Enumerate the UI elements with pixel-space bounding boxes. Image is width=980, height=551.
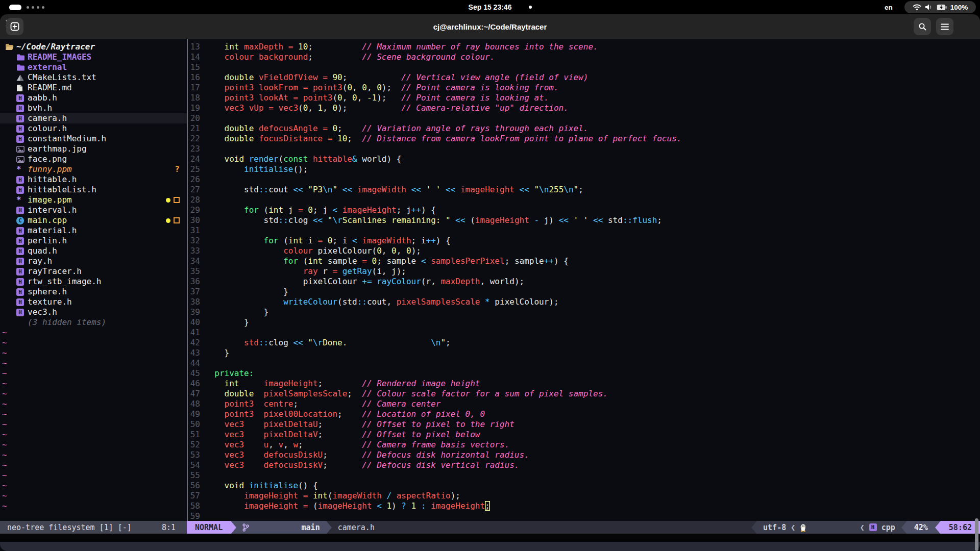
neotree-sidebar[interactable]: ~/Code/RaytracerREADME_IMAGESexternalCMa… — [0, 39, 187, 521]
code-line-13[interactable]: 13 int maxDepth = 10; // Maximum number … — [188, 42, 980, 52]
code-line-44[interactable]: 44 — [188, 358, 980, 368]
code-line-30[interactable]: 30 std::clog << "\rScanlines remaining: … — [188, 215, 980, 226]
git-untracked-badge: ? — [175, 164, 180, 174]
h-file-icon: H — [16, 247, 28, 255]
tree-item-README-IMAGES[interactable]: README_IMAGES — [0, 52, 187, 62]
tree-item-earthmap.jpg[interactable]: earthmap.jpg — [0, 144, 187, 154]
tree-item-material.h[interactable]: Hmaterial.h — [0, 226, 187, 236]
code-line-26[interactable]: 26 — [188, 174, 980, 185]
tree-root-label: ~/Code/Raytracer — [16, 42, 95, 52]
line-number: 21 — [188, 123, 200, 134]
window-title[interactable]: cj@archlinux:~/Code/Raytracer — [0, 14, 980, 39]
code-line-41[interactable]: 41 — [188, 328, 980, 338]
tree-item-perlin.h[interactable]: Hperlin.h — [0, 236, 187, 246]
line-text: point3 lookFrom = point3(0, 0, 0); // Po… — [205, 83, 559, 93]
code-line-56[interactable]: 56 void initialise() { — [188, 481, 980, 491]
code-line-48[interactable]: 48 point3 centre; // Camera center — [188, 399, 980, 409]
code-line-23[interactable]: 23 — [188, 144, 980, 154]
tree-item-colour.h[interactable]: Hcolour.h — [0, 123, 187, 134]
tree-item-bvh.h[interactable]: Hbvh.h — [0, 103, 187, 113]
tree-item-sphere.h[interactable]: Hsphere.h — [0, 287, 187, 297]
code-line-39[interactable]: 39 } — [188, 307, 980, 317]
code-line-54[interactable]: 54 vec3 defocusDiskV; // Defocus disk ve… — [188, 460, 980, 470]
scrollbar-thumb[interactable] — [975, 518, 978, 551]
code-line-55[interactable]: 55 — [188, 470, 980, 481]
menu-button[interactable] — [936, 18, 953, 35]
tree-item-camera.h[interactable]: Hcamera.h — [0, 113, 187, 123]
tree-item-constantMedium.h[interactable]: HconstantMedium.h — [0, 134, 187, 144]
code-line-17[interactable]: 17 point3 lookFrom = point3(0, 0, 0); //… — [188, 83, 980, 93]
code-line-43[interactable]: 43 } — [188, 348, 980, 358]
tree-item-face.png[interactable]: face.png — [0, 154, 187, 164]
tree-item-interval.h[interactable]: Hinterval.h — [0, 205, 187, 215]
separator-chevron: ❮ — [791, 523, 795, 532]
tree-root[interactable]: ~/Code/Raytracer — [0, 42, 187, 52]
code-line-34[interactable]: 34 for (int sample = 0; sample < samples… — [188, 256, 980, 266]
code-line-20[interactable]: 20 — [188, 113, 980, 123]
tree-item-vec3.h[interactable]: Hvec3.h — [0, 307, 187, 317]
search-button[interactable] — [914, 18, 931, 35]
empty-buffer-tilde: ~ — [0, 430, 187, 440]
line-number: 20 — [188, 113, 200, 123]
code-buffer[interactable]: 13 int maxDepth = 10; // Maximum number … — [188, 39, 980, 521]
code-line-58[interactable]: 58 imageHeight = (imageHeight < 1) ? 1 :… — [188, 501, 980, 511]
tree-item-rayTracer.h[interactable]: HrayTracer.h — [0, 266, 187, 277]
tree-item--3-hidden-items-[interactable]: (3 hidden items) — [0, 317, 187, 328]
code-line-18[interactable]: 18 point3 lookAt = point3(0, 0, -1); // … — [188, 93, 980, 103]
code-line-33[interactable]: 33 colour pixelColour(0, 0, 0); — [188, 246, 980, 256]
tree-item-rtw-stb-image.h[interactable]: Hrtw_stb_image.h — [0, 277, 187, 287]
empty-buffer-tilde: ~ — [0, 328, 187, 338]
tree-item-hittable.h[interactable]: Hhittable.h — [0, 174, 187, 185]
code-line-14[interactable]: 14 colour background; // Scene backgroun… — [188, 52, 980, 62]
keyboard-layout[interactable]: en — [885, 0, 893, 14]
code-line-31[interactable]: 31 — [188, 226, 980, 236]
line-number: 15 — [188, 62, 200, 72]
code-line-38[interactable]: 38 writeColour(std::cout, pixelSamplesSc… — [188, 297, 980, 307]
line-text: vec3 pixelDeltaU; // Offset to pixel to … — [205, 419, 514, 430]
tree-item-ray.h[interactable]: Hray.h — [0, 256, 187, 266]
tree-item-hittableList.h[interactable]: HhittableList.h — [0, 185, 187, 195]
tree-item-external[interactable]: external — [0, 62, 187, 72]
code-line-46[interactable]: 46 int imageHeight; // Rendered image he… — [188, 379, 980, 389]
tree-item-label: face.png — [28, 154, 67, 164]
tree-item-image.ppm[interactable]: *image.ppm — [0, 195, 187, 205]
code-line-21[interactable]: 21 double defocusAngle = 0; // Variation… — [188, 123, 980, 134]
h-file-icon: H — [16, 94, 28, 102]
code-line-22[interactable]: 22 double focusDistance = 10; // Distanc… — [188, 134, 980, 144]
code-line-28[interactable]: 28 — [188, 195, 980, 205]
code-line-45[interactable]: 45 private: — [188, 368, 980, 379]
code-line-47[interactable]: 47 double pixelSamplesScale; // Colour s… — [188, 389, 980, 399]
code-line-52[interactable]: 52 vec3 u, v, w; // Camera frame basis v… — [188, 440, 980, 450]
tree-item-README.md[interactable]: README.md — [0, 83, 187, 93]
code-line-53[interactable]: 53 vec3 defocusDiskU; // Defocus disk ho… — [188, 450, 980, 460]
code-line-59[interactable]: 59 — [188, 511, 980, 521]
empty-buffer-tilde: ~ — [0, 338, 187, 348]
code-line-35[interactable]: 35 ray r = getRay(i, j); — [188, 266, 980, 277]
code-line-57[interactable]: 57 imageHeight = int(imageWidth / aspect… — [188, 491, 980, 501]
tree-item-texture.h[interactable]: Htexture.h — [0, 297, 187, 307]
code-line-49[interactable]: 49 point3 pixel00Location; // Location o… — [188, 409, 980, 419]
system-status-area[interactable]: 100% — [904, 1, 976, 13]
code-line-19[interactable]: 19 vec3 vUp = vec3(0, 1, 0); // Camera-r… — [188, 103, 980, 113]
code-line-40[interactable]: 40 } — [188, 317, 980, 328]
code-line-27[interactable]: 27 std::cout << "P3\n" << imageWidth << … — [188, 185, 980, 195]
code-line-42[interactable]: 42 std::clog << "\rDone. \n"; — [188, 338, 980, 348]
tree-item-main.cpp[interactable]: Cmain.cpp — [0, 215, 187, 226]
code-line-32[interactable]: 32 for (int i = 0; i < imageWidth; i++) … — [188, 236, 980, 246]
code-line-25[interactable]: 25 initialise(); — [188, 164, 980, 174]
code-line-50[interactable]: 50 vec3 pixelDeltaU; // Offset to pixel … — [188, 419, 980, 430]
code-line-37[interactable]: 37 } — [188, 287, 980, 297]
tree-item-funny.ppm[interactable]: *funny.ppm? — [0, 164, 187, 174]
code-line-24[interactable]: 24 void render(const hittable& world) { — [188, 154, 980, 164]
code-line-29[interactable]: 29 for (int j = 0; j < imageHeight; j++)… — [188, 205, 980, 215]
mode-indicator: NORMAL — [187, 521, 231, 534]
code-line-36[interactable]: 36 pixelColour += rayColour(r, maxDepth,… — [188, 277, 980, 287]
code-line-15[interactable]: 15 — [188, 62, 980, 72]
code-line-16[interactable]: 16 double vFieldOfView = 90; // Vertical… — [188, 72, 980, 83]
code-line-51[interactable]: 51 vec3 pixelDeltaV; // Offset to pixel … — [188, 430, 980, 440]
tree-item-quad.h[interactable]: Hquad.h — [0, 246, 187, 256]
tree-item-label: bvh.h — [28, 103, 52, 113]
tree-item-CMakeLists.txt[interactable]: CMakeLists.txt — [0, 72, 187, 83]
tree-item-aabb.h[interactable]: Haabb.h — [0, 93, 187, 103]
clock[interactable]: Sep 15 23:46 — [0, 0, 980, 14]
